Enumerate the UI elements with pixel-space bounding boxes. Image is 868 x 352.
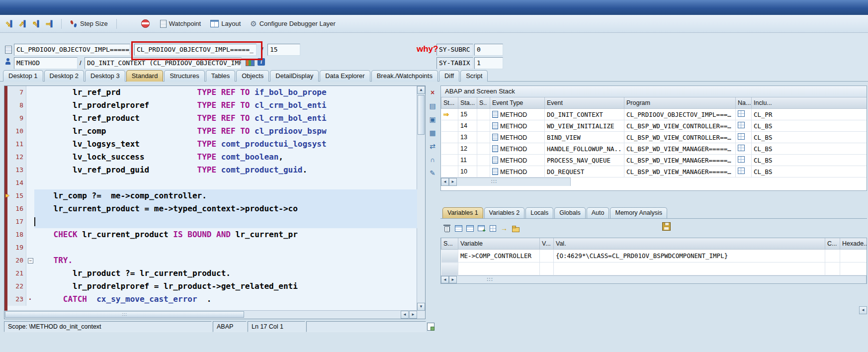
- stack-column-header[interactable]: Event: [545, 97, 624, 109]
- navigate-icon[interactable]: [738, 156, 745, 163]
- scroll-up-button[interactable]: ▲: [417, 86, 425, 94]
- vertical-scroll-thumb[interactable]: [418, 95, 425, 135]
- sy-tabix-value[interactable]: 1: [474, 57, 503, 69]
- variable-name-cell[interactable]: [458, 263, 540, 275]
- editor-horizontal-scrollbar[interactable]: ::: ◄ ►: [4, 310, 417, 319]
- fold-column[interactable]: −: [26, 254, 34, 267]
- goto-icon[interactable]: →: [500, 224, 509, 233]
- variables-column-header[interactable]: S...: [441, 238, 458, 250]
- view-table-icon[interactable]: [454, 224, 463, 233]
- stack-row[interactable]: ⇒15METHODDO_INIT_CONTEXTCL_PRDIOOV_OBJEC…: [441, 109, 868, 120]
- code-line[interactable]: 16 lr_current_product = me->typed_contex…: [4, 202, 417, 215]
- code-line[interactable]: 22 lr_prodrelproref = lr_product->get_re…: [4, 280, 417, 293]
- tab-variables-1[interactable]: Variables 1: [442, 207, 483, 218]
- stack-column-header[interactable]: Na...: [736, 97, 752, 109]
- stack-row[interactable]: 14METHODWD_VIEW_INITIALIZECL_BSP_WD_VIEW…: [441, 120, 868, 132]
- code-line[interactable]: 19: [4, 241, 417, 254]
- code-editor[interactable]: 7 lr_ref_prd TYPE REF TO if_bol_bo_prope…: [4, 86, 426, 319]
- fold-collapse-icon[interactable]: −: [28, 258, 33, 264]
- tab-standard[interactable]: Standard: [126, 70, 164, 82]
- variables-column-header[interactable]: Variable: [458, 238, 540, 250]
- editor-vertical-scrollbar[interactable]: ▲ ▼: [417, 86, 425, 311]
- variables-column-header[interactable]: V...: [540, 238, 554, 250]
- tab-structures[interactable]: Structures: [164, 70, 204, 82]
- variable-row[interactable]: ME->COMP_CONTROLLER{O:4629*\CLASS=CL_PRD…: [441, 250, 868, 263]
- sy-subrc-value[interactable]: 0: [474, 44, 503, 56]
- stop-icon[interactable]: [141, 19, 150, 28]
- code-line[interactable]: 20− TRY.: [4, 254, 417, 267]
- navigate-icon[interactable]: [738, 122, 745, 128]
- stack-column-header[interactable]: St...: [441, 97, 458, 109]
- tab-globals[interactable]: Globals: [554, 207, 585, 218]
- stack-hscrollbar[interactable]: ◄ ► :::: [441, 177, 571, 186]
- title-bar[interactable]: (/hs)ABAP Debugger(1) (Exclusive) - HTTP…: [0, 0, 868, 15]
- continue-button[interactable]: ⇒▍: [44, 18, 57, 29]
- tab-desktop-2[interactable]: Desktop 2: [44, 70, 85, 82]
- stack-row[interactable]: 11METHODPROCESS_NAV_QUEUECL_BSP_WD_VIEW_…: [441, 155, 868, 166]
- tab-objects[interactable]: Objects: [236, 70, 269, 82]
- row-selector[interactable]: [441, 263, 458, 275]
- save-icon[interactable]: [662, 222, 671, 231]
- close-tool-icon[interactable]: ×: [428, 88, 437, 97]
- variable-row[interactable]: [441, 263, 868, 275]
- step-into-button[interactable]: ⇘▍: [4, 18, 16, 29]
- stack-row[interactable]: 12METHODHANDLE_FOLLOWUP_NA..CL_BSP_WD_VI…: [441, 143, 868, 155]
- scroll-right-button[interactable]: ►: [449, 276, 457, 283]
- variables-column-header[interactable]: Val.: [554, 238, 825, 250]
- navigate-icon[interactable]: [738, 168, 745, 174]
- stack-row[interactable]: 13METHODBIND_VIEWCL_BSP_WD_VIEW_CONTROLL…: [441, 132, 868, 143]
- info-icon[interactable]: i: [258, 58, 265, 66]
- tab-desktop-1[interactable]: Desktop 1: [3, 70, 43, 82]
- columns-icon[interactable]: [488, 224, 497, 233]
- code-line[interactable]: 7 lr_ref_prd TYPE REF TO if_bol_bo_prope: [4, 86, 417, 99]
- variable-name-cell[interactable]: ME->COMP_CONTROLLER: [458, 250, 540, 263]
- stack-column-header[interactable]: Inclu...: [752, 97, 868, 109]
- variables-column-header[interactable]: C...: [825, 238, 840, 250]
- scroll-left-button[interactable]: ◄: [401, 311, 409, 319]
- scroll-grip[interactable]: :::: [487, 276, 493, 283]
- code-line[interactable]: 12 lv_lock_success TYPE comt_boolean,: [4, 151, 417, 164]
- layout-button[interactable]: Layout: [206, 18, 245, 29]
- event-kind-field[interactable]: METHOD: [14, 57, 78, 69]
- scroll-grip[interactable]: :::: [491, 178, 497, 185]
- services-folder-icon[interactable]: [511, 224, 520, 233]
- code-line[interactable]: 10 lr_comp TYPE REF TO cl_prdioov_bspw: [4, 125, 417, 138]
- swap-tool-icon[interactable]: ⇄: [428, 141, 437, 151]
- scroll-track[interactable]: :::: [457, 276, 866, 283]
- variables-column-header[interactable]: Hexade...: [840, 238, 868, 250]
- class-field-2[interactable]: CL_PRDIOOV_OBJECTOV_IMPL=====_: [134, 44, 257, 56]
- stack-row[interactable]: 10METHODDO_REQUESTCL_BSP_WD_VIEW_MANAGER…: [441, 166, 868, 177]
- scroll-track[interactable]: :::: [457, 178, 570, 186]
- method-name-field[interactable]: DO_INIT_CONTEXT (CL_PRDIOOV_OBJECTOV_IMP…: [85, 57, 242, 69]
- dock-scroll-left-button[interactable]: ◄: [859, 306, 867, 314]
- watchpoint-button[interactable]: Watchpoint: [156, 18, 205, 30]
- replace-tool-icon[interactable]: ▣: [428, 114, 437, 124]
- tab-locals[interactable]: Locals: [525, 207, 553, 218]
- fold-column[interactable]: ·: [26, 293, 34, 306]
- scroll-right-button[interactable]: ►: [409, 311, 417, 319]
- horizontal-scroll-thumb[interactable]: :::: [5, 311, 244, 318]
- tab-data-explorer[interactable]: Data Explorer: [320, 70, 370, 82]
- stack-column-header[interactable]: Event Type: [490, 97, 545, 109]
- stack-column-header[interactable]: Program: [624, 97, 736, 109]
- tab-detaildisplay[interactable]: DetailDisplay: [270, 70, 319, 82]
- code-line[interactable]: 11 lv_logsys_text TYPE comt_productui_lo…: [4, 138, 417, 151]
- configure-debugger-layer-button[interactable]: ⚙ Configure Debugger Layer: [246, 18, 340, 29]
- stack-column-header[interactable]: S..: [477, 97, 490, 109]
- step-return-button[interactable]: ⇖▍: [31, 18, 43, 29]
- scroll-down-button[interactable]: ▼: [417, 303, 425, 311]
- tab-memory-analysis[interactable]: Memory Analysis: [610, 207, 667, 218]
- edit-tool-icon[interactable]: ✎: [428, 168, 437, 178]
- tab-desktop-3[interactable]: Desktop 3: [85, 70, 125, 82]
- navigate-icon[interactable]: [738, 145, 745, 151]
- class-field-1[interactable]: CL_PRDIOOV_OBJECTOV_IMPL=====_: [14, 44, 130, 56]
- code-line[interactable]: 14: [4, 176, 417, 189]
- code-line[interactable]: ►15 lr_comp ?= me->comp_controller.: [4, 189, 417, 202]
- fullscreen-tool-icon[interactable]: ▦: [428, 128, 437, 138]
- code-line[interactable]: 9 lr_ref_product TYPE REF TO cl_crm_bol_…: [4, 112, 417, 125]
- row-selector[interactable]: [441, 250, 458, 263]
- step-over-button[interactable]: ⇗▍: [17, 18, 30, 29]
- line-number-field[interactable]: 15: [267, 44, 300, 56]
- code-line[interactable]: 8 lr_prodrelproref TYPE REF TO cl_crm_bo…: [4, 99, 417, 112]
- tab-auto[interactable]: Auto: [587, 207, 609, 218]
